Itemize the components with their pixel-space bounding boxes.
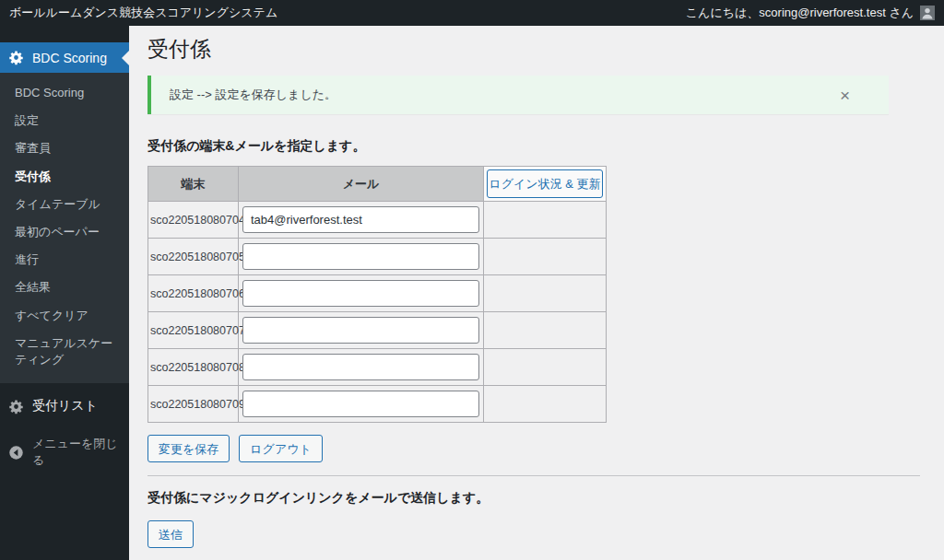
sidebar-subitem[interactable]: マニュアルスケーティング	[0, 330, 129, 374]
user-greeting[interactable]: こんにちは、scoring@riverforest.test さん	[686, 5, 914, 21]
site-title[interactable]: ボールルームダンス競技会スコアリングシステム	[9, 5, 277, 21]
user-avatar[interactable]	[920, 6, 935, 20]
login-status-cell	[484, 349, 607, 386]
close-icon[interactable]: ×	[838, 85, 852, 106]
login-status-cell	[484, 239, 607, 275]
terminals-table: 端末 メール ログイン状況 & 更新 sco220518080704sco220…	[148, 166, 607, 423]
notice-message: 設定 --> 設定を保存しました。	[170, 88, 824, 102]
magic-link-heading: 受付係にマジックログインリンクをメールで送信します。	[148, 488, 926, 507]
sidebar-subitem[interactable]: すべてクリア	[0, 302, 129, 330]
terminal-id: sco220518080706	[148, 275, 239, 312]
terminal-id: sco220518080707	[148, 312, 239, 349]
table-row: sco220518080704	[148, 202, 607, 239]
email-input[interactable]	[242, 391, 479, 417]
login-status-cell	[484, 275, 607, 312]
email-input[interactable]	[242, 243, 479, 270]
terminal-id: sco220518080705	[148, 239, 239, 275]
table-row: sco220518080706	[148, 275, 607, 312]
sidebar-subitem[interactable]: 設定	[0, 107, 129, 134]
login-status-refresh-button[interactable]: ログイン状況 & 更新	[487, 169, 603, 198]
sidebar-item-label: BDC Scoring	[32, 51, 107, 65]
collapse-icon	[8, 445, 24, 461]
status-column-header: ログイン状況 & 更新	[484, 167, 607, 202]
terminals-heading: 受付係の端末&メールを指定します。	[148, 136, 926, 155]
gear-icon	[8, 50, 24, 65]
sidebar-subitem[interactable]: 全結果	[0, 274, 129, 301]
table-row: sco220518080708	[148, 349, 607, 386]
sidebar-subitem[interactable]: 受付係	[0, 163, 129, 191]
table-row: sco220518080709	[148, 386, 607, 423]
email-column-header: メール	[239, 167, 484, 202]
send-button[interactable]: 送信	[148, 520, 194, 548]
save-changes-button[interactable]: 変更を保存	[148, 435, 230, 462]
table-header-row: 端末 メール ログイン状況 & 更新	[148, 167, 607, 202]
login-status-cell	[484, 386, 607, 423]
terminal-table-body: sco220518080704sco220518080705sco2205180…	[148, 202, 607, 423]
main-content: 受付係 設定 --> 設定を保存しました。 × 受付係の端末&メールを指定します…	[129, 26, 944, 560]
sidebar-item-bdc-scoring[interactable]: BDC Scoring	[0, 42, 129, 73]
admin-bar: ボールルームダンス競技会スコアリングシステム こんにちは、scoring@riv…	[0, 0, 944, 26]
terminal-id: sco220518080709	[148, 386, 239, 423]
submenu-list: BDC Scoring設定審査員受付係タイムテーブル最初のペーパー進行全結果すべ…	[0, 73, 129, 383]
gear-icon	[8, 399, 24, 414]
email-input[interactable]	[242, 354, 479, 380]
sidebar-subitem[interactable]: 進行	[0, 246, 129, 274]
sidebar-item-label: 受付リスト	[32, 398, 98, 414]
table-row: sco220518080705	[148, 239, 607, 275]
terminal-column-header: 端末	[148, 167, 239, 202]
sidebar-subitem[interactable]: 審査員	[0, 134, 129, 162]
email-input[interactable]	[242, 280, 479, 307]
collapse-menu-button[interactable]: メニューを閉じる	[0, 427, 129, 477]
terminal-id: sco220518080708	[148, 349, 239, 386]
sidebar-item-reception-list[interactable]: 受付リスト	[0, 391, 129, 422]
email-input[interactable]	[242, 206, 479, 233]
table-row: sco220518080707	[148, 312, 607, 349]
terminal-id: sco220518080704	[148, 202, 239, 239]
login-status-cell	[484, 312, 607, 349]
sidebar-menu: BDC Scoring BDC Scoring設定審査員受付係タイムテーブル最初…	[0, 26, 129, 560]
email-input[interactable]	[242, 317, 479, 344]
section-divider	[148, 475, 920, 476]
sidebar-subitem[interactable]: BDC Scoring	[0, 79, 129, 107]
logout-button[interactable]: ログアウト	[239, 435, 323, 462]
collapse-menu-label: メニューを閉じる	[32, 436, 122, 469]
page-title: 受付係	[148, 35, 926, 63]
sidebar-subitem[interactable]: 最初のペーパー	[0, 218, 129, 246]
success-notice: 設定 --> 設定を保存しました。 ×	[148, 76, 889, 114]
sidebar-subitem[interactable]: タイムテーブル	[0, 191, 129, 218]
login-status-cell	[484, 202, 607, 239]
